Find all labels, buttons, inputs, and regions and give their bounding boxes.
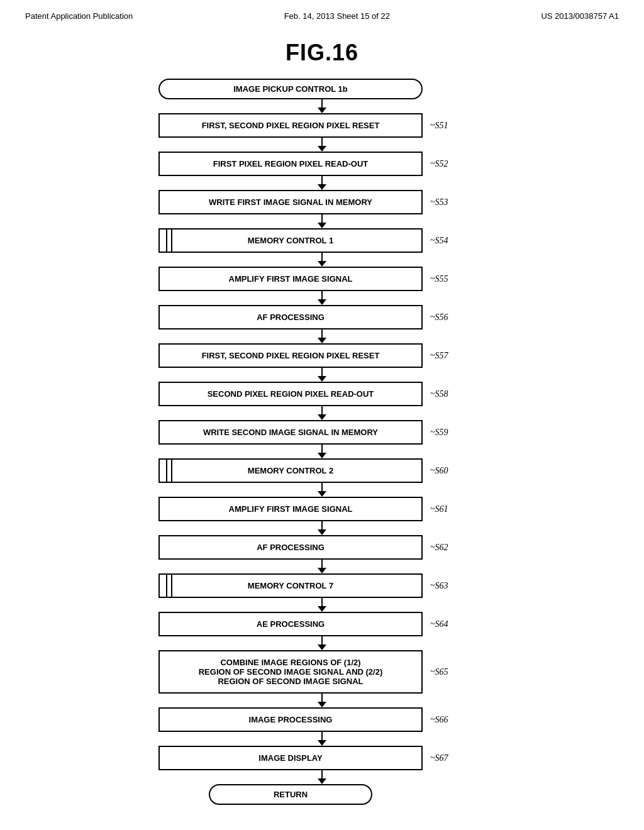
step-node-S66: IMAGE PROCESSING — [158, 707, 423, 732]
step-label-S52: ~S52 — [430, 159, 448, 169]
step-row-S66: IMAGE PROCESSING~S66 — [158, 707, 486, 732]
step-row-S60: MEMORY CONTROL 2~S60 — [158, 458, 486, 483]
arrow-S58 — [158, 368, 486, 382]
arrow-S59 — [158, 406, 486, 420]
step-row-S65: COMBINE IMAGE REGIONS OF (1/2)REGION OF … — [158, 650, 486, 694]
step-label-S53: ~S53 — [430, 197, 448, 208]
arrow-S55 — [158, 253, 486, 267]
step-row-S62: AF PROCESSING~S62 — [158, 535, 486, 560]
step-row-S58: SECOND PIXEL REGION PIXEL READ-OUT~S58 — [158, 382, 486, 406]
step-row-S59: WRITE SECOND IMAGE SIGNAL IN MEMORY~S59 — [158, 420, 486, 445]
final-arrow — [158, 770, 486, 784]
step-label-S56: ~S56 — [430, 313, 448, 323]
step-label-S63: ~S63 — [430, 581, 448, 591]
step-row-S57: FIRST, SECOND PIXEL REGION PIXEL RESET~S… — [158, 343, 486, 368]
arrow-S52 — [158, 138, 486, 152]
step-label-S62: ~S62 — [430, 543, 448, 553]
step-node-S59: WRITE SECOND IMAGE SIGNAL IN MEMORY — [158, 420, 423, 445]
figure-title: FIG.16 — [0, 40, 644, 66]
step-label-S60: ~S60 — [430, 466, 448, 476]
arrow-S66 — [158, 694, 486, 707]
step-node-S58: SECOND PIXEL REGION PIXEL READ-OUT — [158, 382, 423, 406]
step-label-S66: ~S66 — [430, 715, 448, 725]
step-node-S67: IMAGE DISPLAY — [158, 746, 423, 770]
step-label-S61: ~S61 — [430, 504, 448, 514]
step-node-S65: COMBINE IMAGE REGIONS OF (1/2)REGION OF … — [158, 650, 423, 694]
step-label-S51: ~S51 — [430, 121, 448, 131]
steps-container: FIRST, SECOND PIXEL REGION PIXEL RESET~S… — [158, 99, 486, 770]
end-node: RETURN — [209, 784, 372, 805]
flowchart: IMAGE PICKUP CONTROL 1b FIRST, SECOND PI… — [0, 79, 644, 830]
step-row-S56: AF PROCESSING~S56 — [158, 305, 486, 329]
arrow-S51 — [158, 99, 486, 113]
arrow-S56 — [158, 291, 486, 305]
step-node-S64: AE PROCESSING — [158, 612, 423, 636]
step-node-S57: FIRST, SECOND PIXEL REGION PIXEL RESET — [158, 343, 423, 368]
header-middle: Feb. 14, 2013 Sheet 15 of 22 — [284, 11, 390, 21]
step-row-S67: IMAGE DISPLAY~S67 — [158, 746, 486, 770]
arrow-icon — [318, 406, 326, 420]
end-node-row: RETURN — [158, 784, 486, 805]
arrow-icon — [318, 329, 326, 343]
step-row-S63: MEMORY CONTROL 7~S63 — [158, 573, 486, 598]
step-label-S59: ~S59 — [430, 428, 448, 438]
step-label-S67: ~S67 — [430, 753, 448, 763]
arrow-icon — [318, 214, 326, 228]
step-label-S65: ~S65 — [430, 667, 448, 677]
arrow-icon — [318, 253, 326, 267]
arrow-S67 — [158, 732, 486, 746]
step-row-S61: AMPLIFY FIRST IMAGE SIGNAL~S61 — [158, 497, 486, 521]
arrow-icon — [318, 483, 326, 497]
step-node-S61: AMPLIFY FIRST IMAGE SIGNAL — [158, 497, 423, 521]
arrow-icon — [318, 598, 326, 612]
step-row-S64: AE PROCESSING~S64 — [158, 612, 486, 636]
step-row-S54: MEMORY CONTROL 1~S54 — [158, 228, 486, 253]
header-right: US 2013/0038757 A1 — [541, 11, 619, 21]
arrow-icon — [318, 176, 326, 190]
arrow-icon — [318, 138, 326, 152]
start-node-row: IMAGE PICKUP CONTROL 1b — [158, 79, 486, 99]
header-left: Patent Application Publication — [25, 11, 133, 21]
arrow-S65 — [158, 636, 486, 650]
arrow-S62 — [158, 521, 486, 535]
start-node: IMAGE PICKUP CONTROL 1b — [158, 79, 423, 99]
step-node-S60: MEMORY CONTROL 2 — [158, 458, 423, 483]
step-label-S55: ~S55 — [430, 274, 448, 284]
arrow-S63 — [158, 560, 486, 573]
arrow-icon — [318, 291, 326, 305]
step-row-S51: FIRST, SECOND PIXEL REGION PIXEL RESET~S… — [158, 113, 486, 138]
arrow-S57 — [158, 329, 486, 343]
arrow-icon — [318, 694, 326, 707]
arrow-icon — [318, 636, 326, 650]
step-node-S62: AF PROCESSING — [158, 535, 423, 560]
arrow-S60 — [158, 445, 486, 458]
arrow-icon — [318, 445, 326, 458]
arrow-icon — [318, 368, 326, 382]
step-node-S54: MEMORY CONTROL 1 — [158, 228, 423, 253]
arrow-icon — [318, 560, 326, 573]
step-row-S53: WRITE FIRST IMAGE SIGNAL IN MEMORY~S53 — [158, 190, 486, 214]
step-node-S63: MEMORY CONTROL 7 — [158, 573, 423, 598]
step-row-S55: AMPLIFY FIRST IMAGE SIGNAL~S55 — [158, 267, 486, 291]
step-node-S51: FIRST, SECOND PIXEL REGION PIXEL RESET — [158, 113, 423, 138]
step-node-S56: AF PROCESSING — [158, 305, 423, 329]
arrow-S61 — [158, 483, 486, 497]
arrow-icon — [318, 99, 326, 113]
arrow-icon — [318, 521, 326, 535]
step-node-S53: WRITE FIRST IMAGE SIGNAL IN MEMORY — [158, 190, 423, 214]
arrow-S54 — [158, 214, 486, 228]
arrow-icon — [318, 732, 326, 746]
step-label-S64: ~S64 — [430, 619, 448, 629]
step-row-S52: FIRST PIXEL REGION PIXEL READ-OUT~S52 — [158, 152, 486, 176]
step-label-S58: ~S58 — [430, 389, 448, 399]
step-label-S57: ~S57 — [430, 351, 448, 361]
arrow-S64 — [158, 598, 486, 612]
step-node-S55: AMPLIFY FIRST IMAGE SIGNAL — [158, 267, 423, 291]
page-header: Patent Application Publication Feb. 14, … — [0, 0, 644, 21]
arrow — [318, 770, 326, 784]
arrow-S53 — [158, 176, 486, 190]
step-label-S54: ~S54 — [430, 236, 448, 246]
step-node-S52: FIRST PIXEL REGION PIXEL READ-OUT — [158, 152, 423, 176]
